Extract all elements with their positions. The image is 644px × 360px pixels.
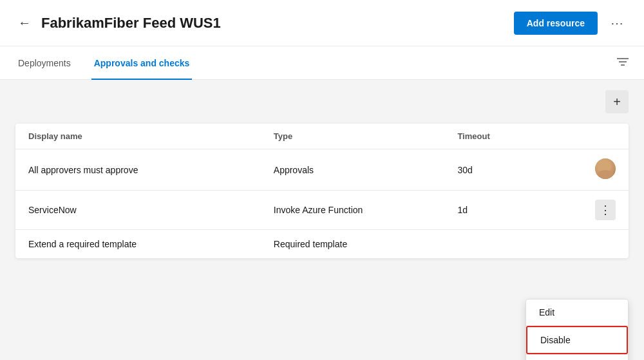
row-action-3 [536, 230, 629, 259]
table-row: All approvers must approve Approvals 30d [15, 149, 629, 191]
row-action-2: ⋮ [536, 191, 629, 230]
checks-table-container: Display name Type Timeout All approvers … [15, 124, 629, 258]
row-type-3: Required template [261, 230, 445, 259]
row-name-1: All approvers must approve [15, 149, 261, 191]
context-menu-delete[interactable]: Delete [526, 355, 628, 360]
row-name-3: Extend a required template [15, 230, 261, 259]
add-resource-button[interactable]: Add resource [514, 12, 598, 35]
add-check-button[interactable]: + [605, 90, 629, 113]
context-menu-edit[interactable]: Edit [526, 299, 628, 325]
table-row: ServiceNow Invoke Azure Function 1d ⋮ [15, 191, 629, 230]
tab-deployments[interactable]: Deployments [15, 48, 73, 80]
row-timeout-1: 30d [444, 149, 536, 191]
col-header-action [536, 124, 629, 149]
page: ← FabrikamFiber Feed WUS1 Add resource ⋯… [0, 0, 644, 360]
header: ← FabrikamFiber Feed WUS1 Add resource ⋯ [0, 0, 644, 46]
col-header-display-name: Display name [15, 124, 261, 149]
row-type-2: Invoke Azure Function [261, 191, 445, 230]
col-header-timeout: Timeout [444, 124, 536, 149]
tabs-bar: Deployments Approvals and checks [0, 46, 644, 80]
filter-button[interactable] [617, 56, 629, 70]
row-name-2: ServiceNow [15, 191, 261, 230]
row-more-button[interactable]: ⋮ [595, 200, 616, 220]
back-button[interactable]: ← [15, 13, 33, 33]
page-title: FabrikamFiber Feed WUS1 [41, 15, 514, 32]
col-header-type: Type [261, 124, 445, 149]
context-menu-disable[interactable]: Disable [526, 326, 628, 354]
more-options-button[interactable]: ⋯ [605, 13, 629, 33]
row-action-1 [536, 149, 629, 191]
avatar [595, 158, 616, 179]
row-type-1: Approvals [261, 149, 445, 191]
tab-approvals-and-checks[interactable]: Approvals and checks [91, 48, 193, 80]
checks-table: Display name Type Timeout All approvers … [15, 124, 629, 258]
context-menu: Edit Disable Delete [526, 299, 629, 360]
table-row: Extend a required template Required temp… [15, 230, 629, 259]
row-timeout-2: 1d [444, 191, 536, 230]
avatar-image [595, 158, 616, 179]
row-timeout-3 [444, 230, 536, 259]
table-header-row: Display name Type Timeout [15, 124, 629, 149]
plus-icon: + [613, 95, 621, 109]
content-area: + Display name Type Timeout All approver… [0, 80, 644, 360]
